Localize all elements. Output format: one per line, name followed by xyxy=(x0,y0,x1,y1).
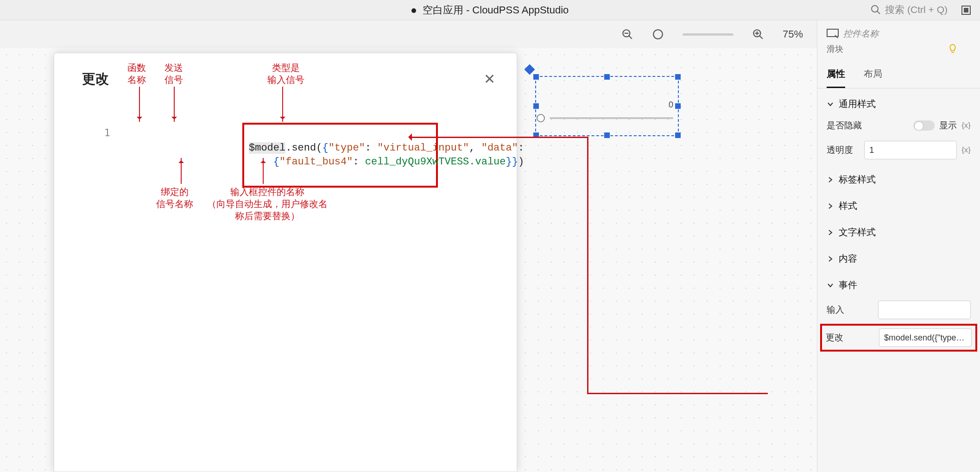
arrowhead-icon xyxy=(405,133,412,141)
section-content-label: 内容 xyxy=(839,252,857,265)
section-text-style-label: 文字样式 xyxy=(839,226,876,239)
rotate-handle-icon[interactable] xyxy=(525,64,535,75)
slider-value-label: 0 xyxy=(669,100,673,110)
annotation-bound-signal: 绑定的 信号名称 xyxy=(156,186,193,210)
search-box[interactable]: 搜索 (Ctrl + Q) xyxy=(870,3,948,16)
zoom-out-icon[interactable] xyxy=(621,28,633,40)
arrow-icon xyxy=(263,158,264,184)
connector-line xyxy=(587,137,588,393)
code-box[interactable]: $model.send({"type": "virtual_input", "d… xyxy=(242,123,438,188)
search-placeholder: 搜索 (Ctrl + Q) xyxy=(885,3,948,16)
hidden-toggle[interactable] xyxy=(913,120,935,131)
svg-line-1 xyxy=(877,11,880,14)
line-number: 1 xyxy=(104,127,110,138)
widget-name-placeholder: 控件名称 xyxy=(843,28,879,40)
title-bar: 空白应用 - CloudPSS AppStudio 搜索 (Ctrl + Q) xyxy=(0,0,980,20)
code-editor-modal: 更改 ✕ 函数 名称 发送 信号 类型是 输入信号 1 $model.send(… xyxy=(54,53,517,472)
svg-point-7 xyxy=(653,30,663,39)
window-title-text: 空白应用 - CloudPSS AppStudio xyxy=(423,4,569,16)
section-label-style-label: 标签样式 xyxy=(839,173,876,186)
chevron-right-icon xyxy=(827,255,834,263)
event-input-label: 输入 xyxy=(827,304,844,316)
resize-handle[interactable] xyxy=(604,74,610,80)
zoom-in-icon[interactable] xyxy=(752,28,764,40)
connector-line xyxy=(410,137,588,138)
search-icon xyxy=(870,4,881,15)
widget-name-field[interactable]: 控件名称 xyxy=(817,20,980,42)
svg-rect-3 xyxy=(964,8,968,13)
event-change-field[interactable] xyxy=(879,328,972,347)
opacity-input[interactable] xyxy=(864,141,957,159)
app-root: 空白应用 - CloudPSS AppStudio 搜索 (Ctrl + Q) … xyxy=(0,0,980,472)
zoom-slider[interactable] xyxy=(683,33,733,36)
row-event-input: 输入 xyxy=(817,296,980,324)
tab-layout[interactable]: 布局 xyxy=(864,61,882,88)
tab-properties[interactable]: 属性 xyxy=(827,61,845,88)
widget-type-row: 滑块 xyxy=(817,42,980,61)
arrow-icon xyxy=(174,87,175,122)
annotation-func-name: 函数 名称 xyxy=(127,62,146,86)
inspector-panel: 控件名称 滑块 属性 布局 通用样式 是否隐藏 显示 {x} 透明度 { xyxy=(817,20,980,472)
resize-handle[interactable] xyxy=(533,103,539,109)
section-events[interactable]: 事件 xyxy=(817,270,980,296)
fullscreen-icon[interactable] xyxy=(961,5,972,18)
connector-line xyxy=(587,393,768,394)
chevron-right-icon xyxy=(827,229,834,236)
annotation-type-input: 类型是 输入信号 xyxy=(267,62,304,86)
resize-handle[interactable] xyxy=(533,74,539,80)
modal-title: 更改 xyxy=(82,70,109,88)
event-input-field[interactable] xyxy=(878,301,971,319)
fx-button[interactable]: {x} xyxy=(961,145,971,155)
hidden-value-text: 显示 xyxy=(939,120,957,132)
zoom-toolbar: 75% xyxy=(0,20,817,48)
resize-handle[interactable] xyxy=(675,132,681,138)
widget-name-icon xyxy=(827,29,839,39)
close-icon[interactable]: ✕ xyxy=(479,69,500,89)
arrow-icon xyxy=(181,158,182,184)
row-hidden: 是否隐藏 显示 {x} xyxy=(817,115,980,136)
svg-rect-12 xyxy=(827,29,838,37)
unsaved-dot-icon xyxy=(411,8,416,13)
chevron-right-icon xyxy=(827,202,834,210)
inspector-tabs: 属性 布局 xyxy=(817,61,980,88)
fx-button[interactable]: {x} xyxy=(961,121,971,130)
svg-line-11 xyxy=(759,36,763,39)
section-text-style[interactable]: 文字样式 xyxy=(817,217,980,243)
slider-thumb-icon[interactable] xyxy=(537,114,545,122)
annotation-send-signal: 发送 信号 xyxy=(164,62,183,86)
chevron-down-icon xyxy=(827,282,834,289)
section-general-label: 通用样式 xyxy=(839,98,876,110)
section-content[interactable]: 内容 xyxy=(817,243,980,270)
resize-handle[interactable] xyxy=(604,132,610,138)
chevron-right-icon xyxy=(827,176,834,183)
arrow-icon xyxy=(282,87,283,122)
section-general[interactable]: 通用样式 xyxy=(817,88,980,115)
hidden-label: 是否隐藏 xyxy=(827,120,862,132)
widget-type-label: 滑块 xyxy=(827,44,843,55)
slider-track[interactable] xyxy=(550,117,673,119)
section-events-label: 事件 xyxy=(839,279,857,291)
zoom-percent: 75% xyxy=(783,28,803,40)
opacity-label: 透明度 xyxy=(827,144,853,156)
event-change-label: 更改 xyxy=(826,332,843,344)
window-title: 空白应用 - CloudPSS AppStudio xyxy=(0,3,980,17)
slider-widget[interactable]: 0 xyxy=(541,114,673,122)
row-opacity: 透明度 {x} xyxy=(817,136,980,164)
zoom-reset-icon[interactable] xyxy=(652,28,664,40)
arrow-icon xyxy=(139,87,140,122)
chevron-down-icon xyxy=(827,101,834,108)
section-style-label: 样式 xyxy=(839,200,857,212)
selection-box[interactable]: 0 xyxy=(535,76,679,136)
resize-handle[interactable] xyxy=(675,103,681,109)
section-style[interactable]: 样式 xyxy=(817,190,980,217)
svg-point-0 xyxy=(872,6,878,12)
svg-line-6 xyxy=(629,36,632,39)
section-label-style[interactable]: 标签样式 xyxy=(817,164,980,190)
annotation-widget-name: 输入框控件的名称 （向导自动生成，用户修改名 称后需要替换） xyxy=(207,186,328,222)
resize-handle[interactable] xyxy=(675,74,681,80)
row-event-change: 更改 xyxy=(820,324,977,352)
lightbulb-icon[interactable] xyxy=(948,44,958,54)
